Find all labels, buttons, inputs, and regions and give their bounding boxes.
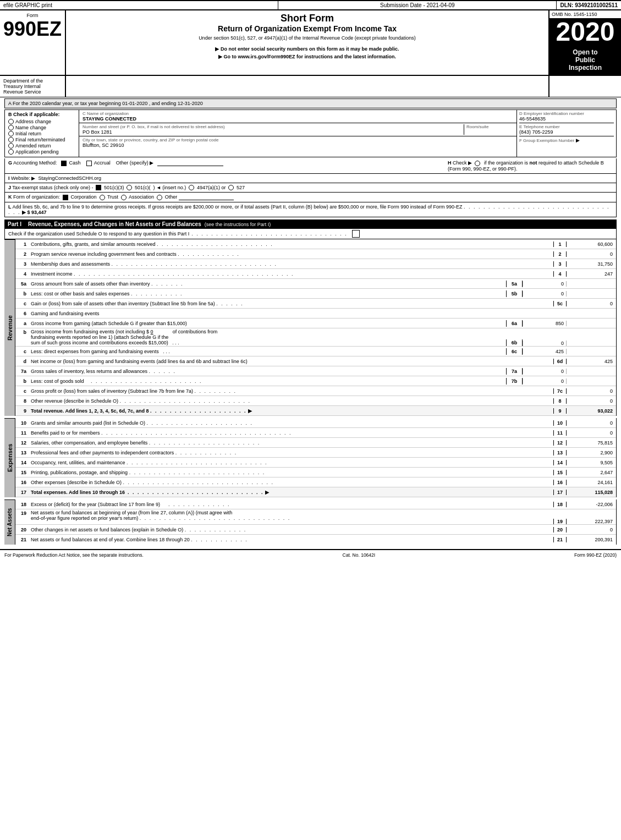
row-linenum-8: 8: [553, 398, 567, 404]
initial-circle: [8, 131, 14, 136]
short-form-title: Short Form: [70, 13, 544, 24]
expenses-rows: 10 Grants and similar amounts paid (list…: [15, 418, 617, 497]
row-value-8: 0: [567, 398, 616, 404]
section-l-row: L Add lines 5b, 6c, and 7b to line 9 to …: [4, 202, 617, 217]
input-7a: 0: [523, 369, 567, 374]
expenses-side-label: Expenses: [4, 418, 15, 497]
row-linenum-20: 20: [553, 527, 567, 532]
pending-circle: [8, 149, 14, 155]
table-row: 20 Other changes in net assets or fund b…: [15, 525, 616, 535]
row-num-12: 12: [15, 440, 29, 446]
box-5b: 5b: [506, 290, 523, 297]
footer-cat: Cat. No. 10642I: [343, 552, 376, 558]
name-change-check: Name change: [8, 125, 75, 130]
return-title: Return of Organization Exempt From Incom…: [70, 24, 544, 33]
j-501c3-check: [96, 185, 101, 190]
table-row: b Gross income from fundraising events (…: [15, 328, 616, 347]
row-linenum-15: 15: [553, 470, 567, 475]
row-num-16: 16: [15, 480, 29, 485]
row-linenum-14: 14: [553, 460, 567, 465]
phone-value: (843) 705-2259: [519, 129, 614, 135]
row-num-15: 15: [15, 470, 29, 475]
input-6b: 0: [523, 341, 567, 346]
open-label: Open to: [552, 48, 619, 56]
row-num-7c: c: [15, 388, 29, 394]
k-trust-radio: [100, 195, 105, 200]
row-linenum-2: 2: [553, 251, 567, 257]
right-placeholder: [549, 76, 621, 97]
row-num-7a: 7a: [15, 369, 29, 374]
amended-return-label: Amended return: [15, 143, 51, 149]
row-num-6a: a: [15, 321, 29, 326]
row-linenum-18: 18: [553, 502, 567, 507]
subtitle: Under section 501(c), 527, or 4947(a)(1)…: [70, 35, 544, 41]
table-row: a Gross income from gaming (attach Sched…: [15, 319, 616, 328]
ein-label: D Employer identification number: [519, 111, 614, 116]
row-linenum-13: 13: [553, 450, 567, 455]
table-row: 1 Contributions, gifts, grants, and simi…: [15, 239, 616, 249]
accrual-label: Accrual: [94, 160, 111, 166]
row-desc-2: Program service revenue including govern…: [29, 251, 553, 257]
input-6a: 850: [523, 321, 567, 326]
dept-block: Department of the Treasury Internal Reve…: [0, 76, 66, 97]
row-num-6c: c: [15, 349, 29, 354]
accrual-check: [86, 161, 92, 166]
row-num-8: 8: [15, 398, 29, 404]
table-row: 6 Gaming and fundraising events: [15, 309, 616, 319]
row-num-6: 6: [15, 311, 29, 316]
expenses-section: Expenses 10 Grants and similar amounts p…: [4, 418, 617, 497]
table-row: b Less: cost or other basis and sales ex…: [15, 289, 616, 299]
box-6a: 6a: [506, 320, 523, 327]
cash-check: [61, 161, 67, 166]
notice1: ▶ Do not enter social security numbers o…: [70, 46, 544, 52]
table-row: 17 Total expenses. Add lines 10 through …: [15, 487, 616, 497]
row-value-14: 9,505: [567, 460, 616, 465]
org-city: Bluffton, SC 29910: [83, 142, 513, 148]
row-value-5c: 0: [567, 301, 616, 306]
title-section: Form 990EZ Short Form Return of Organiza…: [0, 10, 621, 76]
row-value-21: 200,391: [567, 537, 616, 542]
row-linenum-3: 3: [553, 261, 567, 267]
row-num-21: 21: [15, 537, 29, 542]
table-row: 16 Other expenses (describe in Schedule …: [15, 477, 616, 487]
box-7a: 7a: [506, 368, 523, 375]
table-row: 8 Other revenue (describe in Schedule O)…: [15, 396, 616, 406]
row-value-12: 75,815: [567, 440, 616, 446]
net-assets-rows: 18 Excess or (deficit) for the year (Sub…: [15, 499, 617, 545]
row-linenum-10: 10: [553, 420, 567, 426]
row-desc-1: Contributions, gifts, grants, and simila…: [29, 241, 553, 248]
ein-block: D Employer identification number 46-5548…: [517, 110, 616, 157]
section-g-row: G Accounting Method: Cash Accrual Other …: [4, 158, 617, 174]
row-linenum-21: 21: [553, 537, 567, 542]
row-num-7b: b: [15, 378, 29, 384]
row-desc-7a: Gross sales of inventory, less returns a…: [29, 368, 506, 375]
table-row: 11 Benefits paid to or for members . . .…: [15, 428, 616, 438]
top-bar: efile GRAPHIC print Submission Date - 20…: [0, 0, 621, 10]
row-value-2: 0: [567, 251, 616, 257]
table-row: 3 Membership dues and assessments . . . …: [15, 259, 616, 269]
table-row: c Gain or (loss) from sale of assets oth…: [15, 299, 616, 309]
row-desc-17: Total expenses. Add lines 10 through 16 …: [29, 489, 553, 496]
revenue-section: Revenue 1 Contributions, gifts, grants, …: [4, 239, 617, 416]
table-row: b Less: cost of goods sold . . . . . . .…: [15, 376, 616, 386]
row-desc-20: Other changes in net assets or fund bala…: [29, 526, 553, 533]
row-linenum-6d: 6d: [553, 359, 567, 364]
row-desc-7b: Less: cost of goods sold . . . . . . . .…: [29, 378, 506, 385]
final-return-label: Final return/terminated: [15, 137, 65, 142]
schedule-o-checkbox[interactable]: [352, 230, 360, 238]
table-row: 18 Excess or (deficit) for the year (Sub…: [15, 499, 616, 509]
table-row: 13 Professional fees and other payments …: [15, 448, 616, 458]
section-a: A For the 2020 calendar year, or tax yea…: [4, 98, 617, 108]
org-name-label: C Name of organization: [83, 111, 513, 116]
row-linenum-5c: 5c: [553, 301, 567, 306]
box-5a: 5a: [506, 281, 523, 287]
footer-left: For Paperwork Reduction Act Notice, see …: [4, 552, 144, 558]
row-value-11: 0: [567, 430, 616, 436]
j-4947-radio: [189, 185, 194, 190]
input-5b: 0: [523, 291, 567, 297]
row-num-6d: d: [15, 359, 29, 364]
row-num-5c: c: [15, 301, 29, 306]
footer-right: Form 990-EZ (2020): [574, 552, 617, 558]
inspection-label: Inspection: [552, 64, 619, 72]
section-b-block: B Check if applicable: Address change Na…: [4, 109, 617, 157]
